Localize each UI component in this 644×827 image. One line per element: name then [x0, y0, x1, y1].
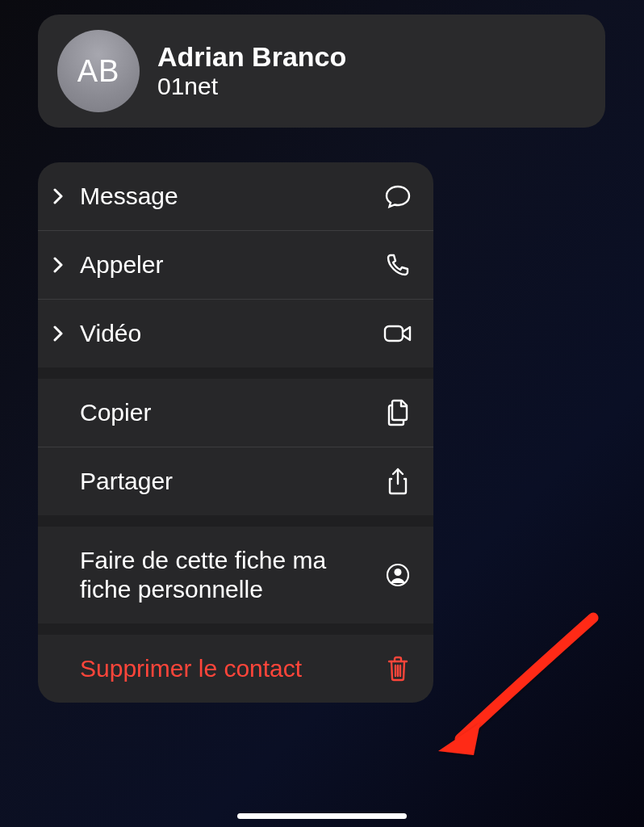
copy-icon [382, 399, 414, 426]
menu-label: Copier [80, 379, 382, 447]
avatar: AB [57, 30, 140, 112]
phone-icon [382, 253, 414, 277]
annotation-arrow [424, 610, 609, 766]
svg-point-2 [395, 569, 402, 576]
video-camera-icon [382, 323, 414, 344]
menu-label: Appeler [80, 231, 382, 299]
svg-rect-0 [385, 326, 403, 341]
menu-label: Message [80, 162, 382, 230]
avatar-initials: AB [77, 54, 120, 89]
menu-label: Partager [80, 447, 382, 515]
speech-bubble-icon [382, 183, 414, 209]
share-icon [382, 468, 414, 495]
chevron-right-icon [52, 325, 80, 342]
menu-item-video[interactable]: Vidéo [38, 299, 433, 367]
menu-separator [38, 367, 433, 379]
menu-separator [38, 623, 433, 635]
context-menu: Message Appeler Vidéo Copier Partager [38, 162, 433, 703]
menu-item-copy[interactable]: Copier [38, 379, 433, 447]
contact-card[interactable]: AB Adrian Branco 01net [38, 15, 605, 128]
menu-separator [38, 515, 433, 527]
menu-item-share[interactable]: Partager [38, 447, 433, 515]
contact-name: Adrian Branco [157, 41, 346, 73]
menu-label: Vidéo [80, 300, 382, 367]
chevron-right-icon [52, 257, 80, 273]
home-indicator[interactable] [237, 813, 407, 819]
chevron-right-icon [52, 188, 80, 204]
menu-item-call[interactable]: Appeler [38, 230, 433, 299]
contact-org: 01net [157, 73, 346, 101]
menu-label: Faire de cette fiche ma fiche personnell… [80, 527, 382, 623]
person-circle-icon [382, 562, 414, 588]
trash-icon [382, 656, 414, 682]
menu-label: Supprimer le contact [80, 635, 382, 703]
svg-marker-6 [438, 723, 480, 755]
menu-item-delete-contact[interactable]: Supprimer le contact [38, 635, 433, 703]
menu-item-my-card[interactable]: Faire de cette fiche ma fiche personnell… [38, 527, 433, 623]
menu-item-message[interactable]: Message [38, 162, 433, 230]
contact-info: Adrian Branco 01net [157, 41, 346, 101]
